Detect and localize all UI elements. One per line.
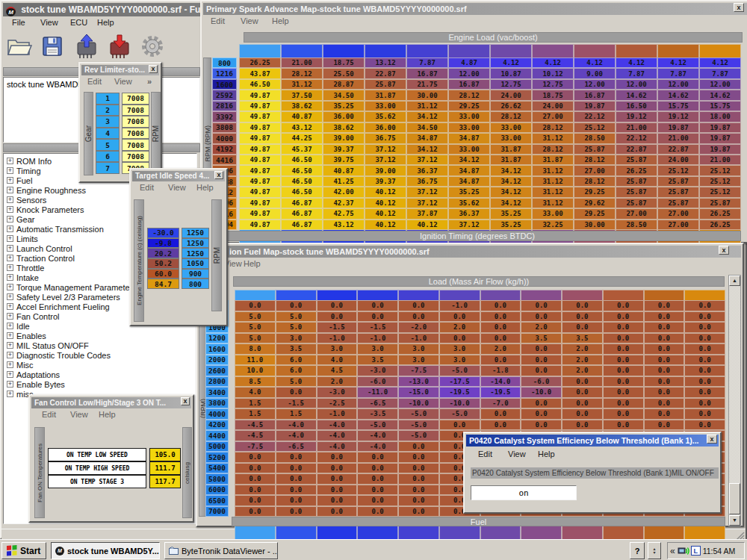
tree-expand-icon[interactable]: + [7,206,13,213]
map-cell[interactable]: 2.0 [480,343,521,355]
map-cell[interactable]: 0.0 [521,398,562,409]
map-cell[interactable]: -1.5 [317,322,358,333]
map-cell[interactable]: 0.0 [357,300,398,311]
rpm-cell[interactable]: 1200 [205,333,229,344]
map-cell[interactable]: 28.12 [490,111,532,122]
map-cell[interactable]: 6.0 [276,355,317,366]
map-cell[interactable]: 0.0 [276,300,317,311]
map-cell[interactable]: 26.25 [699,208,741,219]
map-cell[interactable]: 36.75 [365,133,406,143]
map-cell[interactable]: 4.12 [574,57,616,68]
map-cell[interactable]: 19.12 [616,111,657,122]
map-cell[interactable]: 22.87 [365,68,406,78]
map-cell[interactable]: 42.75 [323,208,365,219]
map-cell[interactable]: -10.0 [521,387,562,398]
idle-temp-cell[interactable]: 60.0 [147,269,179,279]
map-cell[interactable]: 22.87 [657,144,699,155]
fan-menu-help[interactable]: Help [99,410,116,419]
map-cell[interactable]: 4.12 [699,57,741,68]
map-cell[interactable]: -3.0 [357,365,398,376]
map-cell[interactable]: 0.0 [603,322,644,333]
p0420-menu-help[interactable]: Help [538,449,555,458]
map-cell[interactable]: 31.87 [365,90,406,100]
menu-help[interactable]: Help [97,18,114,27]
map-cell[interactable]: 42.00 [323,187,365,197]
map-cell[interactable]: 0.0 [398,300,439,311]
map-cell[interactable]: 32.25 [532,220,574,230]
tree-item-adaptations[interactable]: +Adaptations [4,370,196,379]
map-cell[interactable]: 0.0 [562,311,603,323]
map-cell[interactable]: 26.62 [490,101,532,111]
map-cell[interactable]: 0.0 [684,398,725,409]
tree-expand-icon[interactable]: + [7,371,13,378]
map-cell[interactable]: 3.0 [398,343,439,355]
map-cell[interactable]: 9.00 [574,68,616,78]
fuel-titlebar[interactable]: ion Fuel Map-stock tune WBAMD5YYYY000000… [199,246,741,258]
map-cell[interactable]: 35.25 [448,187,490,197]
map-cell[interactable]: 25.87 [574,144,616,155]
map-cell[interactable]: 42.37 [323,198,365,208]
map-cell[interactable]: 0.0 [684,300,725,311]
map-cell[interactable]: 49.87 [239,101,281,111]
map-cell[interactable]: 39.37 [323,144,365,155]
map-cell[interactable]: 2.0 [521,322,562,333]
map-cell[interactable]: 25.12 [699,187,741,197]
map-cell[interactable]: 25.87 [616,198,657,208]
map-cell[interactable]: 0.0 [684,333,725,344]
map-cell[interactable]: 36.75 [406,176,448,187]
rev-rpm-cell[interactable]: 7008 [122,139,149,151]
map-cell[interactable]: -6.0 [521,376,562,388]
map-cell[interactable]: 5.0 [235,311,276,323]
map-cell[interactable]: 25.87 [657,176,699,187]
tree-item-diagnostic-trouble-codes[interactable]: +Diagnostic Trouble Codes [4,350,196,360]
map-cell[interactable]: 0.0 [562,300,603,311]
idle-rpm-cell[interactable]: 1250 [182,238,209,249]
map-cell[interactable]: 12.00 [699,79,741,90]
map-cell[interactable]: -4.0 [317,420,358,431]
map-cell[interactable]: 0.0 [603,365,644,376]
map-cell[interactable]: 0.0 [235,495,276,506]
map-cell[interactable]: 0.0 [398,495,439,506]
map-cell[interactable]: 0.0 [603,343,644,355]
map-cell[interactable]: -7.5 [235,441,276,452]
map-cell[interactable]: -2.5 [317,398,358,409]
map-cell[interactable]: -1.8 [480,365,521,376]
map-cell[interactable]: 11.0 [235,355,276,366]
map-cell[interactable]: 33.00 [448,111,490,122]
rpm-cell[interactable]: 4000 [205,408,229,420]
idle-titlebar[interactable]: Target Idle Speed 4... [132,171,225,181]
map-cell[interactable]: 5.0 [276,376,317,388]
map-cell[interactable]: 3.0 [357,343,398,355]
map-cell[interactable]: -1.0 [317,333,358,344]
map-cell[interactable]: 0.0 [235,300,276,311]
map-cell[interactable]: 43.87 [239,68,281,78]
map-cell[interactable]: 0.0 [398,441,439,452]
map-cell[interactable]: 33.00 [448,122,490,133]
tree-expand-icon[interactable]: + [7,216,13,223]
map-cell[interactable]: 4.5 [317,365,358,376]
map-cell[interactable]: 0.0 [276,495,317,506]
tree-expand-icon[interactable]: + [7,381,13,388]
tree-expand-icon[interactable]: + [7,391,13,397]
rev-rpm-cell[interactable]: 7008 [122,93,149,105]
map-cell[interactable]: 2.0 [439,322,480,333]
map-cell[interactable]: 37.87 [406,208,448,219]
tree-expand-icon[interactable]: + [7,255,13,261]
map-cell[interactable]: 49.87 [239,90,281,100]
map-cell[interactable]: 18.75 [323,57,365,68]
map-cell[interactable]: -4.5 [235,420,276,431]
map-cell[interactable]: 38.62 [323,122,365,133]
tree-expand-icon[interactable]: + [7,187,13,193]
map-cell[interactable]: 27.00 [616,208,657,219]
task-dataviewer[interactable]: ByteTronik DataViewer - ... [164,542,278,559]
map-cell[interactable]: 21.00 [657,133,699,143]
map-cell[interactable]: 0.0 [276,485,317,496]
map-cell[interactable]: 0.0 [644,355,685,366]
map-cell[interactable]: 22.12 [616,133,657,143]
map-cell[interactable]: 0.0 [317,311,358,323]
map-cell[interactable]: 12.00 [657,79,699,90]
map-cell[interactable]: 33.00 [448,144,490,155]
map-cell[interactable]: 44.25 [281,133,323,143]
map-cell[interactable]: -5.0 [439,365,480,376]
map-cell[interactable]: 34.12 [490,165,532,175]
